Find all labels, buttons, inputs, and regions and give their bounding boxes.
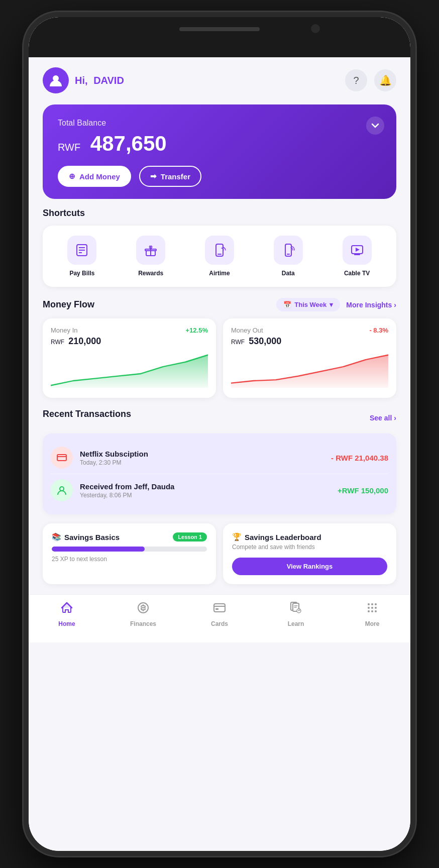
- money-in-chart: [51, 353, 208, 388]
- received-time: Yesterday, 8:06 PM: [80, 492, 331, 499]
- see-all-link[interactable]: See all ›: [370, 414, 396, 422]
- shortcut-data[interactable]: Data: [274, 236, 303, 277]
- netflix-name: Netflix Subsciption: [80, 450, 324, 458]
- money-in-value: 210,000: [68, 336, 101, 346]
- avatar: [43, 67, 69, 93]
- cable-tv-icon: [343, 236, 372, 265]
- header-icons: ? 🔔: [345, 69, 396, 91]
- netflix-info: Netflix Subsciption Today, 2:30 PM: [80, 450, 324, 466]
- money-out-label: Money Out: [231, 327, 263, 334]
- money-in-amount: RWF 210,000: [51, 336, 208, 347]
- cable-tv-label: Cable TV: [344, 270, 370, 277]
- leaderboard-title-text: Savings Leaderboard: [245, 533, 321, 541]
- trophy-icon: 🏆: [232, 532, 242, 541]
- notification-icon-button[interactable]: 🔔: [374, 69, 396, 91]
- cards-nav-icon: [212, 601, 227, 618]
- svg-point-31: [371, 610, 373, 612]
- finances-nav-label: Finances: [130, 620, 156, 627]
- pay-bills-label: Pay Bills: [69, 270, 94, 277]
- svg-rect-18: [214, 604, 225, 612]
- nav-more[interactable]: More: [357, 601, 387, 627]
- xp-text: 25 XP to next lesson: [52, 556, 207, 563]
- shortcut-airtime[interactable]: Airtime: [205, 236, 234, 277]
- progress-bar-bg: [52, 547, 207, 552]
- phone-screen: Hi, DAVID ? 🔔: [29, 17, 410, 851]
- money-out-amount: RWF 530,000: [231, 336, 388, 347]
- pay-bills-icon: [67, 236, 96, 265]
- money-in-card: Money In +12.5% RWF 210,000: [43, 318, 216, 398]
- balance-amount: RWF 487,650: [58, 132, 381, 156]
- help-icon-button[interactable]: ?: [345, 69, 367, 91]
- netflix-time: Today, 2:30 PM: [80, 459, 324, 466]
- home-nav-label: Home: [58, 620, 75, 627]
- received-icon: [51, 479, 73, 501]
- bottom-nav: Home Finances: [29, 594, 410, 642]
- add-money-label: Add Money: [79, 172, 120, 181]
- svg-point-27: [368, 607, 370, 609]
- this-week-badge[interactable]: 📅 This Week ▾: [276, 298, 340, 311]
- shortcut-pay-bills[interactable]: Pay Bills: [67, 236, 96, 277]
- see-all-arrow-icon: ›: [394, 414, 396, 422]
- balance-label: Total Balance: [58, 119, 381, 128]
- money-in-pct: +12.5%: [186, 327, 208, 334]
- lesson-badge: Lesson 1: [173, 532, 207, 541]
- shortcuts-card: Pay Bills Rewards: [43, 226, 396, 287]
- cards-nav-label: Cards: [211, 620, 228, 627]
- savings-title-row: 📚 Savings Basics Lesson 1: [52, 532, 207, 541]
- data-label: Data: [282, 270, 295, 277]
- more-nav-icon: [365, 601, 379, 618]
- nav-learn[interactable]: Learn: [281, 601, 311, 627]
- transfer-button[interactable]: ➡ Transfer: [139, 166, 201, 187]
- leaderboard-subtitle: Compete and save with friends: [232, 544, 387, 551]
- balance-actions: ⊕ Add Money ➡ Transfer: [58, 166, 381, 187]
- card-icon: [56, 452, 67, 463]
- book-icon: 📚: [52, 532, 61, 541]
- shortcut-rewards[interactable]: Rewards: [136, 236, 165, 277]
- svg-point-26: [375, 603, 377, 605]
- notch-area: [29, 17, 410, 57]
- received-amount: +RWF 150,000: [338, 486, 388, 495]
- svg-point-32: [375, 610, 377, 612]
- view-rankings-button[interactable]: View Rankings: [232, 558, 387, 575]
- transactions-card: Netflix Subsciption Today, 2:30 PM - RWF…: [43, 433, 396, 514]
- savings-title: 📚 Savings Basics: [52, 532, 120, 541]
- signal-icon: [281, 243, 295, 257]
- calendar-icon: 📅: [283, 301, 291, 308]
- money-in-header: Money In +12.5%: [51, 327, 208, 334]
- money-out-card: Money Out - 8.3% RWF 530,000: [223, 318, 396, 398]
- mobile-icon: [212, 243, 227, 257]
- money-out-pct: - 8.3%: [369, 327, 388, 334]
- netflix-icon: [51, 447, 73, 469]
- username-text: DAVID: [93, 75, 124, 86]
- money-flow-section: Money Flow 📅 This Week ▾ More Insights ›: [43, 298, 396, 398]
- flow-controls: 📅 This Week ▾ More Insights ›: [276, 298, 396, 311]
- transactions-section: Recent Transactions See all ›: [43, 409, 396, 514]
- avatar-icon: [48, 72, 64, 88]
- more-insights-link[interactable]: More Insights ›: [346, 301, 396, 309]
- shortcuts-section: Shortcuts Pay Bills: [43, 208, 396, 287]
- shortcuts-title: Shortcuts: [43, 208, 396, 219]
- plus-icon: ⊕: [69, 172, 75, 181]
- nav-cards[interactable]: Cards: [204, 601, 235, 627]
- table-row: Received from Jeff, Dauda Yesterday, 8:0…: [51, 474, 388, 506]
- more-insights-label: More Insights: [346, 301, 392, 309]
- add-money-button[interactable]: ⊕ Add Money: [58, 166, 131, 187]
- more-svg-icon: [365, 601, 379, 615]
- shortcut-cable-tv[interactable]: Cable TV: [343, 236, 372, 277]
- more-nav-label: More: [365, 620, 380, 627]
- svg-marker-12: [356, 248, 360, 252]
- gift-icon: [144, 243, 158, 257]
- progress-bar-fill: [52, 547, 145, 552]
- balance-value: 487,650: [90, 132, 167, 155]
- arrow-right-icon: ➡: [150, 172, 157, 181]
- finances-icon: [136, 601, 150, 618]
- savings-title-text: Savings Basics: [64, 533, 120, 541]
- money-out-chart: [231, 353, 388, 388]
- transactions-title: Recent Transactions: [43, 409, 131, 419]
- transfer-label: Transfer: [161, 172, 190, 181]
- nav-finances[interactable]: Finances: [128, 601, 158, 627]
- question-icon: ?: [353, 75, 359, 86]
- nav-home[interactable]: Home: [52, 601, 82, 627]
- money-in-currency: RWF: [51, 339, 64, 346]
- flow-cards: Money In +12.5% RWF 210,000: [43, 318, 396, 398]
